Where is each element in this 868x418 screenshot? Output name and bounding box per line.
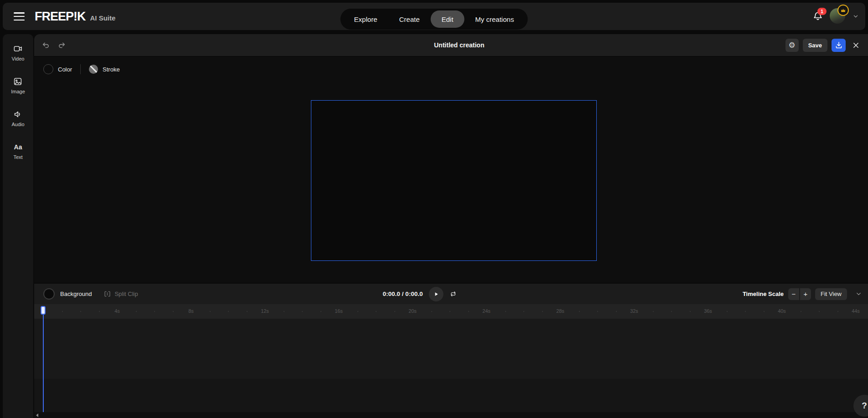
ruler-tick	[616, 311, 617, 312]
loop-icon[interactable]	[449, 290, 457, 298]
hamburger-menu-icon[interactable]	[14, 12, 25, 20]
timeline-panel: Background Split Clip 0:00.0 / 0:00.0	[34, 284, 868, 418]
sidebar-item-audio[interactable]: Audio	[11, 110, 24, 127]
freepik-logo[interactable]: FREEP!K	[35, 10, 86, 24]
fill-color-swatch[interactable]	[43, 64, 53, 74]
download-icon	[835, 41, 843, 49]
selected-clip-frame[interactable]	[311, 100, 597, 261]
play-icon	[433, 291, 439, 297]
ruler-label: 24s	[482, 308, 491, 314]
sidebar-item-label: Text	[13, 154, 22, 160]
ruler-tick	[228, 311, 229, 312]
playback-controls: 0:00.0 / 0:00.0	[383, 284, 457, 304]
ruler-tick	[99, 311, 100, 312]
properties-divider	[80, 64, 81, 74]
ruler-tick	[357, 311, 358, 312]
ruler-tick	[671, 311, 672, 312]
color-label: Color	[58, 66, 72, 73]
tab-my-creations[interactable]: My creations	[464, 10, 525, 28]
help-icon: ?	[862, 401, 867, 411]
sidebar-item-image[interactable]: Image	[11, 77, 25, 94]
ruler-tick	[505, 311, 506, 312]
properties-bar: Color Stroke	[43, 64, 120, 74]
zoom-in-button[interactable]: +	[800, 288, 811, 300]
ruler-tick	[597, 311, 598, 312]
settings-button[interactable]: ⚙	[785, 39, 799, 52]
history-controls	[41, 34, 66, 56]
fit-view-button[interactable]: Fit View	[815, 288, 847, 300]
canvas-area[interactable]: Color Stroke	[34, 57, 868, 283]
playhead-line	[43, 306, 44, 412]
topbar-right: 1	[812, 3, 859, 30]
ruler-label: 40s	[778, 308, 786, 314]
stroke-none-swatch[interactable]	[89, 65, 98, 74]
ruler-tick	[542, 311, 543, 312]
redo-icon[interactable]	[57, 41, 66, 50]
background-color-swatch[interactable]	[43, 288, 55, 300]
ruler-tick	[801, 311, 801, 312]
tab-explore[interactable]: Explore	[343, 10, 388, 28]
timeline-collapse-chevron-icon[interactable]	[855, 291, 862, 297]
text-icon: Aa	[14, 143, 22, 152]
sidebar-item-text[interactable]: Aa Text	[13, 143, 22, 160]
timeline-ruler[interactable]: 0s4s8s12s16s20s24s28s32s36s40s44s	[34, 304, 868, 319]
ruler-tick	[80, 311, 81, 312]
timeline-horizontal-scrollbar[interactable]	[34, 412, 868, 418]
sidebar-item-video[interactable]: Video	[12, 44, 25, 61]
scroll-left-arrow-icon[interactable]	[36, 413, 38, 417]
audio-icon	[13, 110, 22, 119]
ruler-tick	[210, 311, 211, 312]
ruler-tick	[320, 311, 321, 312]
video-icon	[13, 44, 23, 53]
ruler-tick	[745, 311, 746, 312]
editor-header: Untitled creation ⚙ Save	[34, 34, 868, 56]
creation-title[interactable]: Untitled creation	[434, 34, 484, 56]
ruler-tick	[284, 311, 284, 312]
stroke-label: Stroke	[103, 66, 120, 73]
timeline-toolbar-left: Background Split Clip	[43, 284, 138, 304]
ruler-label: 16s	[335, 308, 343, 314]
ruler-label: 44s	[852, 308, 860, 314]
ruler-tick	[764, 311, 765, 312]
freepik-ai-suite-app: FREEP!K AI Suite Explore Create Edit My …	[0, 0, 868, 418]
ruler-tick	[450, 311, 450, 312]
ai-suite-label: AI Suite	[90, 14, 116, 22]
tab-create[interactable]: Create	[388, 10, 430, 28]
ruler-tick	[247, 311, 248, 312]
ruler-tick	[376, 311, 377, 312]
editor-actions: ⚙ Save	[785, 34, 862, 56]
ruler-tick	[431, 311, 432, 312]
ruler-tick	[727, 311, 728, 312]
ruler-tick	[468, 311, 469, 312]
ruler-tick	[154, 311, 155, 312]
ruler-label: 36s	[704, 308, 712, 314]
notification-badge: 1	[817, 8, 827, 15]
ruler-tick	[173, 311, 174, 312]
download-button[interactable]	[832, 39, 846, 52]
zoom-out-button[interactable]: −	[788, 288, 799, 300]
ruler-tick	[690, 311, 691, 312]
premium-crown-icon	[837, 5, 849, 16]
ruler-label: 4s	[114, 308, 120, 314]
ruler-tick	[523, 311, 524, 312]
close-editor-button[interactable]	[850, 39, 862, 51]
account-chevron-down-icon[interactable]	[852, 13, 859, 20]
ruler-label: 32s	[630, 308, 638, 314]
main-nav-tabs: Explore Create Edit My creations	[341, 9, 528, 30]
user-avatar[interactable]	[830, 8, 846, 25]
tab-edit[interactable]: Edit	[431, 10, 465, 28]
ruler-label: 20s	[408, 308, 417, 314]
save-button[interactable]: Save	[803, 39, 827, 52]
undo-icon[interactable]	[41, 41, 50, 50]
sidebar-item-label: Video	[12, 56, 25, 61]
play-button[interactable]	[429, 287, 443, 301]
ruler-label: 12s	[261, 308, 269, 314]
split-clip-icon	[103, 290, 111, 298]
playhead-handle[interactable]	[41, 306, 46, 315]
sidebar-item-label: Image	[11, 89, 25, 94]
notifications-button[interactable]: 1	[812, 11, 823, 22]
timeline-tracks[interactable]	[34, 319, 868, 379]
split-clip-button[interactable]: Split Clip	[103, 290, 138, 298]
brand[interactable]: FREEP!K AI Suite	[35, 10, 115, 24]
sidebar-item-label: Audio	[11, 122, 24, 127]
